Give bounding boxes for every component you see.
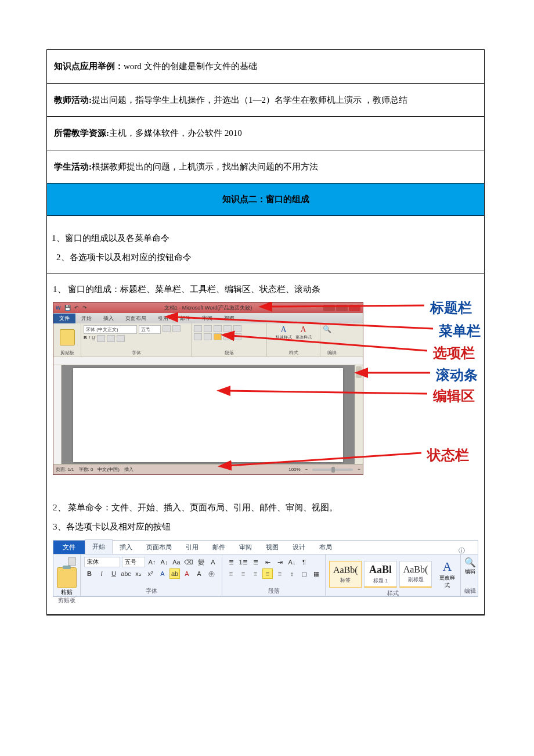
r2-tab-layout2[interactable]: 布局 — [312, 541, 339, 554]
italic-icon[interactable]: I — [89, 335, 90, 342]
paste-big-icon[interactable] — [57, 567, 77, 588]
tab-mail[interactable]: 邮件 — [174, 314, 196, 323]
strike-icon[interactable] — [97, 335, 105, 342]
r2-tab-review[interactable]: 审阅 — [232, 541, 259, 554]
save-icon[interactable]: 💾 — [64, 305, 71, 311]
close-icon[interactable] — [349, 305, 360, 311]
horizontal-ruler[interactable] — [53, 357, 363, 365]
r2-clear-icon[interactable]: ⌫ — [183, 557, 194, 567]
r2-size-select[interactable]: 五号 — [122, 557, 145, 567]
r2-dec-indent-icon[interactable]: ⇤ — [262, 557, 273, 567]
r2-underline-icon[interactable]: U — [109, 568, 119, 579]
r2-find-icon[interactable]: 🔍 — [464, 557, 476, 568]
multilevel-icon[interactable] — [214, 325, 222, 332]
r2-bullets-icon[interactable]: ≣ — [226, 557, 236, 567]
r2-tab-view[interactable]: 视图 — [259, 541, 286, 554]
r2-inc-indent-icon[interactable]: ⇥ — [275, 557, 285, 567]
r2-sort-icon[interactable]: A↓ — [287, 557, 297, 567]
r2-tab-mail[interactable]: 邮件 — [205, 541, 232, 554]
underline-icon[interactable]: U — [92, 335, 95, 342]
r2-border-icon[interactable]: A — [208, 557, 218, 567]
tab-refs[interactable]: 引用 — [152, 314, 174, 323]
r2-phonetic-icon[interactable]: 變 — [196, 557, 206, 567]
status-page[interactable]: 页面: 1/1 — [56, 466, 74, 473]
change-styles-icon[interactable]: A — [295, 325, 312, 334]
shrink-font-icon[interactable] — [172, 325, 181, 332]
tab-layout[interactable]: 页面布局 — [120, 314, 152, 323]
r2-tab-home[interactable]: 开始 — [85, 539, 113, 554]
maximize-icon[interactable] — [336, 305, 348, 311]
r2-borders-icon[interactable]: ▦ — [311, 568, 322, 579]
bold-icon[interactable]: B — [84, 335, 87, 342]
r2-linespace-icon[interactable]: ↕ — [287, 568, 297, 579]
tab-review[interactable]: 审阅 — [196, 314, 218, 323]
r2-left-icon[interactable]: ≡ — [226, 568, 236, 579]
style-card-2[interactable]: AaBl 标题 1 — [364, 561, 396, 588]
redo-icon[interactable]: ↷ — [82, 305, 87, 311]
r2-shrink-icon[interactable]: A↓ — [159, 557, 169, 567]
tab-insert[interactable]: 插入 — [98, 314, 120, 323]
style-card-3[interactable]: AaBb( 副标题 — [399, 561, 432, 588]
r2-highlight-icon[interactable]: ab — [169, 568, 180, 579]
r2-tab-refs[interactable]: 引用 — [179, 541, 205, 554]
word-titlebar[interactable]: W 💾 ↶ ↷ 文档1 - Microsoft Word(产品激活失败) — [53, 303, 363, 313]
zoom-slider[interactable] — [312, 469, 353, 471]
vertical-ruler[interactable] — [53, 365, 62, 464]
align-left-icon[interactable] — [194, 333, 202, 340]
sup-icon[interactable] — [117, 335, 125, 342]
change-style-big-icon[interactable]: A — [438, 559, 457, 574]
align-center-icon[interactable] — [204, 333, 212, 340]
r2-texteffect-icon[interactable]: A — [157, 568, 168, 579]
bullets-icon[interactable] — [194, 325, 202, 332]
r2-enclose-icon[interactable]: ㊥ — [206, 568, 217, 579]
r2-sup-icon[interactable]: x² — [145, 568, 156, 579]
r2-multilevel-icon[interactable]: ≣ — [250, 557, 261, 567]
align-right-icon[interactable] — [214, 333, 222, 340]
r2-font-select[interactable]: 宋体 — [84, 557, 120, 567]
tab-file[interactable]: 文件 — [53, 314, 75, 323]
style-card-1[interactable]: AaBb( 标签 — [329, 561, 362, 588]
r2-tab-file[interactable]: 文件 — [53, 541, 85, 554]
tab-view[interactable]: 视图 — [218, 314, 240, 323]
status-zoom[interactable]: 100% — [288, 467, 300, 472]
r2-numbers-icon[interactable]: 1≣ — [238, 557, 248, 567]
paste-icon[interactable] — [60, 329, 75, 345]
r2-center-icon[interactable]: ≡ — [238, 568, 248, 579]
r2-sub-icon[interactable]: x₂ — [133, 568, 143, 579]
window-controls[interactable] — [323, 305, 360, 311]
r2-tab-design[interactable]: 设计 — [286, 541, 312, 554]
help-icon[interactable]: ⓘ — [452, 544, 472, 557]
numbers-icon[interactable] — [204, 325, 212, 332]
cut-icon[interactable] — [68, 557, 76, 566]
tab-home[interactable]: 开始 — [75, 314, 98, 323]
vertical-scrollbar[interactable] — [355, 365, 363, 464]
r2-grow-icon[interactable]: A↑ — [147, 557, 157, 567]
status-lang[interactable]: 中文(中国) — [98, 466, 119, 473]
r2-strike-icon[interactable]: abc — [121, 568, 131, 579]
r2-fontcolor-icon[interactable]: A — [182, 568, 192, 579]
r2-justify-icon[interactable]: ≡ — [262, 568, 273, 579]
scroll-thumb[interactable] — [356, 366, 362, 378]
size-select[interactable]: 五号 — [139, 325, 161, 334]
indent-inc-icon[interactable] — [233, 325, 241, 332]
document-page[interactable] — [73, 368, 343, 462]
sub-icon[interactable] — [107, 335, 115, 342]
r2-tab-layout[interactable]: 页面布局 — [139, 541, 179, 554]
status-words[interactable]: 字数: 0 — [79, 466, 93, 473]
quick-styles-icon[interactable]: A — [276, 325, 292, 334]
status-mode[interactable]: 插入 — [124, 466, 134, 473]
r2-shading-icon[interactable]: ▢ — [299, 568, 309, 579]
r2-showmark-icon[interactable]: ¶ — [299, 557, 309, 567]
r2-tab-insert[interactable]: 插入 — [113, 541, 139, 554]
indent-dec-icon[interactable] — [223, 325, 232, 332]
grow-font-icon[interactable] — [163, 325, 171, 332]
line-spacing-icon[interactable] — [233, 333, 241, 340]
r2-italic-icon[interactable]: I — [96, 568, 107, 579]
r2-bold-icon[interactable]: B — [84, 568, 95, 579]
r2-charshade-icon[interactable]: A — [194, 568, 204, 579]
r2-aa-icon[interactable]: Aa — [171, 557, 182, 567]
r2-distribute-icon[interactable]: ≡ — [275, 568, 285, 579]
qat-icons[interactable]: W 💾 ↶ ↷ — [56, 305, 87, 311]
zoom-in-icon[interactable]: + — [358, 467, 360, 472]
justify-icon[interactable] — [223, 333, 232, 340]
